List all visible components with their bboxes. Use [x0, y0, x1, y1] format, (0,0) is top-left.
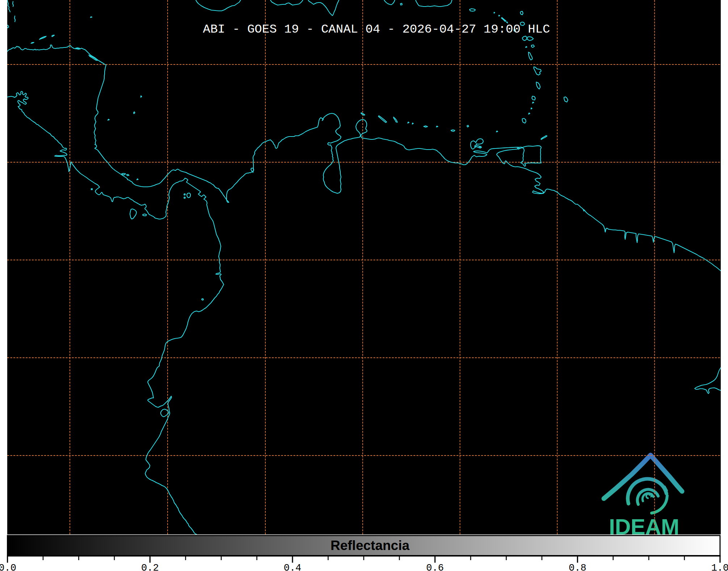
svg-text:Reflectancia: Reflectancia [331, 538, 409, 553]
svg-text:0.6: 0.6 [426, 563, 444, 571]
svg-text:ABI - GOES 19 - CANAL 04 - 202: ABI - GOES 19 - CANAL 04 - 2026-04-27 19… [203, 22, 550, 36]
svg-text:0.8: 0.8 [569, 563, 586, 571]
svg-text:0.0: 0.0 [0, 563, 16, 571]
svg-text:0.2: 0.2 [141, 563, 159, 571]
svg-text:1.0: 1.0 [711, 563, 728, 571]
svg-text:0.4: 0.4 [284, 563, 302, 571]
